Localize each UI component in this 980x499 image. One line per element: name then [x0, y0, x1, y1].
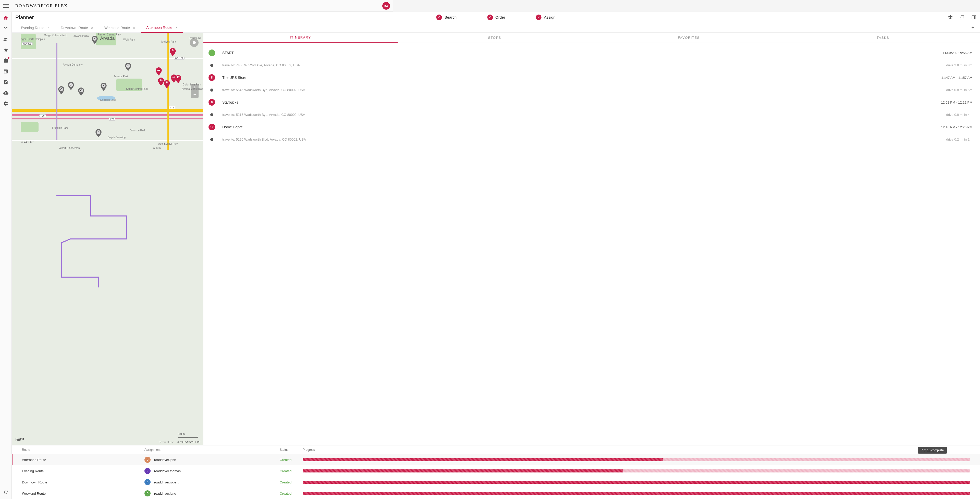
route-tab-downtown[interactable]: Downtown Route×: [55, 23, 99, 33]
nav-routes-icon[interactable]: [3, 25, 9, 32]
road-label: I-76: [169, 106, 175, 109]
close-icon[interactable]: ×: [175, 25, 177, 30]
header-row: Planner ✓Search ✓Order ✓Assign: [12, 12, 393, 23]
svg-point-15: [192, 41, 196, 44]
route-tab-weekend[interactable]: Weekend Route×: [99, 23, 141, 33]
itinerary-row[interactable]: travel to: 5545 Wadsworth Byp, Arvada, C…: [208, 84, 393, 95]
itinerary-row[interactable]: 9Starbucks12:02 PM - 12:12 PM: [208, 95, 393, 109]
nav-drivers-icon[interactable]: [3, 36, 9, 42]
hamburger-menu-icon[interactable]: [3, 3, 9, 9]
route-tab-afternoon[interactable]: Afternoon Route×: [141, 23, 183, 33]
route-tab-evening[interactable]: Evening Route×: [15, 23, 55, 33]
road-label: I-70: [109, 118, 115, 121]
itinerary-row[interactable]: travel to: 7450 W 52nd Ave, Arvada, CO 8…: [208, 60, 393, 71]
close-icon[interactable]: ×: [91, 26, 93, 30]
right-tabs: ITINERARY STOPS FAVORITES TASKS: [204, 33, 393, 43]
road-label: CO-391: [22, 42, 33, 45]
nav-favorites-icon[interactable]: [3, 47, 9, 53]
user-avatar[interactable]: RW: [382, 2, 390, 10]
zoom-out-button[interactable]: −: [191, 91, 199, 98]
road-label: W 44th: [153, 147, 161, 149]
map-pin-done[interactable]: ✓: [68, 82, 74, 90]
split-container: CO-391 CO-121 I-76 I-70 I-70 W 44th Marg…: [12, 33, 393, 200]
close-icon[interactable]: ×: [133, 26, 135, 30]
nav-home-icon[interactable]: [3, 15, 9, 21]
close-icon[interactable]: ×: [48, 26, 49, 30]
itinerary-row[interactable]: travel to: 5195 Wadsworth Blvd, Arvada, …: [208, 134, 393, 145]
map-zoom-control: + −: [191, 84, 199, 98]
map-pin-done[interactable]: ✓: [91, 36, 98, 44]
nav-settings-icon[interactable]: [3, 100, 9, 106]
itinerary-row[interactable]: START11/03/2022 9:56 AM: [208, 46, 393, 60]
itinerary-list[interactable]: START11/03/2022 9:56 AMtravel to: 7450 W…: [204, 43, 393, 200]
itinerary-row[interactable]: 10Home Depot12:16 PM - 12:26 PM: [208, 120, 393, 134]
nav-upload-icon[interactable]: [3, 90, 9, 96]
nav-reports-icon[interactable]: [3, 79, 9, 85]
itinerary-row[interactable]: 8The UPS Store11:47 AM - 11:57 AM: [208, 71, 393, 84]
page-title: Planner: [15, 14, 34, 21]
route-tabs: Evening Route× Downtown Route× Weekend R…: [12, 23, 393, 33]
map-pin-stop[interactable]: 12: [175, 75, 181, 83]
left-nav: [0, 12, 12, 200]
map-pin-stop[interactable]: 10: [156, 67, 162, 76]
map-pin-done[interactable]: ✓: [125, 63, 131, 71]
nav-schedule-icon[interactable]: [3, 68, 9, 75]
map-pin-done[interactable]: ✓: [100, 83, 107, 91]
tab-itinerary[interactable]: ITINERARY: [204, 33, 393, 43]
itinerary-row[interactable]: travel to: 5215 Wadsworth Byp, Arvada, C…: [208, 109, 393, 120]
nav-tasks-icon[interactable]: [3, 58, 9, 64]
top-bar: ROADWARRIOR FLEX RW: [0, 0, 393, 12]
map-pin-stop[interactable]: 8: [164, 80, 170, 88]
road-label: I-70: [39, 114, 46, 118]
map-pin-done[interactable]: ✓: [58, 86, 65, 94]
map-pin-done[interactable]: ✓: [78, 87, 84, 96]
map-container: CO-391 CO-121 I-76 I-70 I-70 W 44th Marg…: [12, 33, 203, 200]
map-city-label: Arvada: [100, 36, 115, 41]
main-region: Planner ✓Search ✓Order ✓Assign Evening R…: [12, 12, 393, 200]
zoom-in-button[interactable]: +: [191, 84, 199, 91]
brand-title: ROADWARRIOR FLEX: [15, 3, 68, 8]
map-layers-button[interactable]: [190, 38, 199, 47]
map-pin-done[interactable]: ✓: [95, 129, 102, 137]
map[interactable]: CO-391 CO-121 I-76 I-70 I-70 W 44th Marg…: [12, 33, 203, 200]
right-panel: ITINERARY STOPS FAVORITES TASKS START11/…: [203, 33, 393, 200]
road-label: CO-121: [174, 57, 185, 60]
map-pin-stop[interactable]: 9: [169, 48, 176, 56]
